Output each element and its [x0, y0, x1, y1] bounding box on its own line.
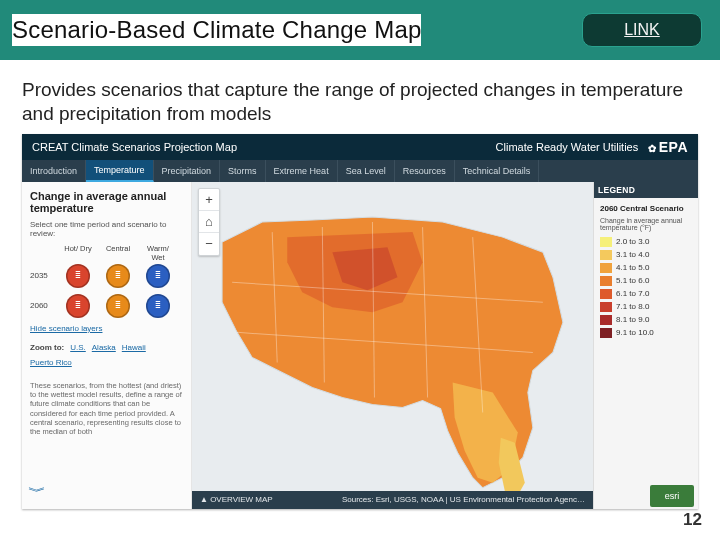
scenario-year: 2060 — [30, 301, 56, 310]
legend-label: 8.1 to 9.0 — [616, 315, 649, 324]
legend-label: 2.0 to 3.0 — [616, 237, 649, 246]
scenario-dot[interactable]: ≣ — [66, 264, 90, 288]
zoom-link[interactable]: Hawaii — [122, 343, 146, 352]
tab-bar: IntroductionTemperaturePrecipitationStor… — [22, 160, 698, 182]
scenario-dot[interactable]: ≣ — [66, 294, 90, 318]
overview-toggle[interactable]: ▲ OVERVIEW MAP — [200, 495, 273, 504]
embed-subtitle: Climate Ready Water Utilities — [496, 141, 639, 153]
legend-label: 6.1 to 7.0 — [616, 289, 649, 298]
epa-logo: ✿EPA — [648, 139, 688, 155]
page-title: Scenario-Based Climate Change Map — [12, 14, 421, 46]
legend-item: 7.1 to 8.0 — [600, 302, 692, 312]
sidebar-instruction: Select one time period and scenario to r… — [30, 220, 183, 238]
legend-swatch — [600, 237, 612, 247]
map-pane[interactable]: + ⌂ − — [192, 182, 593, 509]
sources-text: Sources: Esri, USGS, NOAA | US Environme… — [342, 495, 585, 504]
legend-item: 2.0 to 3.0 — [600, 237, 692, 247]
tab-technical-details[interactable]: Technical Details — [455, 160, 540, 182]
legend-label: 9.1 to 10.0 — [616, 328, 654, 337]
legend-panel: LEGEND 2060 Central Scenario Change in a… — [593, 182, 698, 509]
scenario-dot[interactable]: ≣ — [106, 294, 130, 318]
legend-item: 4.1 to 5.0 — [600, 263, 692, 273]
legend-item: 5.1 to 6.0 — [600, 276, 692, 286]
scenario-year: 2035 — [30, 271, 56, 280]
legend-swatch — [600, 315, 612, 325]
description-text: Provides scenarios that capture the rang… — [0, 60, 720, 134]
zoom-link[interactable]: U.S. — [70, 343, 86, 352]
legend-label: 5.1 to 6.0 — [616, 276, 649, 285]
legend-swatch — [600, 328, 612, 338]
scenario-dot[interactable]: ≣ — [146, 294, 170, 318]
home-extent-button[interactable]: ⌂ — [199, 211, 219, 233]
legend-item: 6.1 to 7.0 — [600, 289, 692, 299]
legend-item: 8.1 to 9.0 — [600, 315, 692, 325]
tab-extreme-heat[interactable]: Extreme Heat — [266, 160, 338, 182]
sidebar-title: Change in average annual temperature — [30, 190, 183, 214]
zoom-in-button[interactable]: + — [199, 189, 219, 211]
expand-chevron-icon[interactable]: ︾ — [28, 483, 46, 497]
scenario-row: 2035≣≣≣ — [30, 264, 183, 288]
sidebar-disclaimer: These scenarios, from the hottest (and d… — [30, 381, 183, 437]
scenario-dot[interactable]: ≣ — [146, 264, 170, 288]
scenario-dot[interactable]: ≣ — [106, 264, 130, 288]
legend-title: 2060 Central Scenario — [600, 204, 692, 213]
embed-title: CREAT Climate Scenarios Projection Map — [32, 141, 237, 153]
legend-item: 3.1 to 4.0 — [600, 250, 692, 260]
embed-header: CREAT Climate Scenarios Projection Map C… — [22, 134, 698, 160]
legend-swatch — [600, 263, 612, 273]
legend-swatch — [600, 289, 612, 299]
link-button[interactable]: LINK — [582, 13, 702, 47]
tab-introduction[interactable]: Introduction — [22, 160, 86, 182]
sidebar-panel: Change in average annual temperature Sel… — [22, 182, 192, 509]
tab-resources[interactable]: Resources — [395, 160, 455, 182]
zoom-to-row: Zoom to: U.S. Alaska Hawaii Puerto Rico — [30, 343, 183, 367]
hide-scenario-link[interactable]: Hide scenario layers — [30, 324, 183, 333]
legend-label: 7.1 to 8.0 — [616, 302, 649, 311]
legend-label: 4.1 to 5.0 — [616, 263, 649, 272]
legend-swatch — [600, 250, 612, 260]
embed-body: Change in average annual temperature Sel… — [22, 182, 698, 509]
legend-item: 9.1 to 10.0 — [600, 328, 692, 338]
scenario-matrix-header: Hot/ Dry Central Warm/ Wet — [30, 244, 183, 262]
map-zoom-controls: + ⌂ − — [198, 188, 220, 256]
page-number: 12 — [683, 510, 702, 530]
overview-bar: ▲ OVERVIEW MAP Sources: Esri, USGS, NOAA… — [192, 491, 593, 509]
tab-temperature[interactable]: Temperature — [86, 160, 154, 182]
usa-map — [192, 182, 593, 509]
zoom-link[interactable]: Alaska — [92, 343, 116, 352]
zoom-link[interactable]: Puerto Rico — [30, 358, 72, 367]
scenario-row: 2060≣≣≣ — [30, 294, 183, 318]
tab-storms[interactable]: Storms — [220, 160, 266, 182]
link-button-label: LINK — [624, 21, 660, 39]
title-bar: Scenario-Based Climate Change Map LINK — [0, 0, 720, 60]
legend-header: LEGEND — [594, 182, 698, 198]
legend-swatch — [600, 302, 612, 312]
legend-swatch — [600, 276, 612, 286]
tab-sea-level[interactable]: Sea Level — [338, 160, 395, 182]
embedded-app: CREAT Climate Scenarios Projection Map C… — [22, 134, 698, 509]
zoom-out-button[interactable]: − — [199, 233, 219, 255]
esri-badge: esri — [650, 485, 694, 507]
legend-subtitle: Change in average annual temperature (°F… — [600, 217, 692, 231]
legend-label: 3.1 to 4.0 — [616, 250, 649, 259]
tab-precipitation[interactable]: Precipitation — [154, 160, 221, 182]
